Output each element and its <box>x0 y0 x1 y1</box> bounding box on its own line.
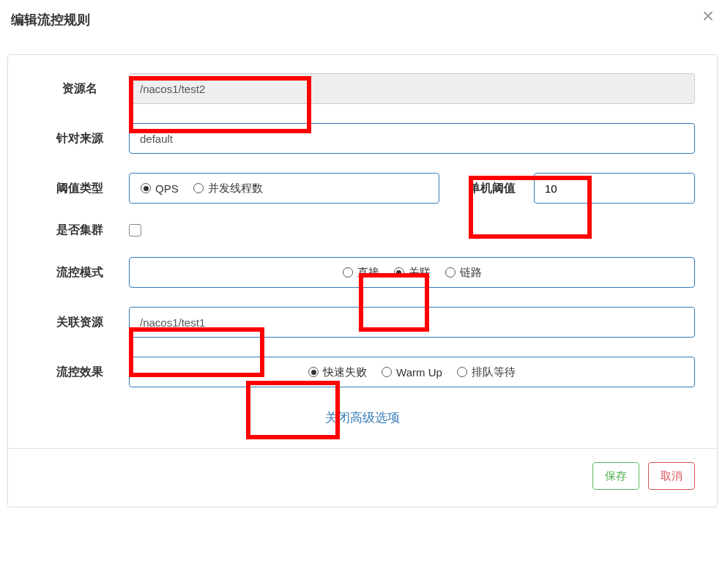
flow-effect-label: 流控效果 <box>30 365 129 380</box>
related-resource-input[interactable] <box>129 307 695 338</box>
flow-effect-warmup-label: Warm Up <box>396 366 442 379</box>
radio-checked-icon <box>308 367 319 377</box>
source-label: 针对来源 <box>30 131 129 146</box>
threshold-type-group[interactable]: QPS 并发线程数 <box>129 173 439 204</box>
flow-effect-group[interactable]: 快速失败 Warm Up 排队等待 <box>129 357 695 387</box>
radio-unchecked-icon <box>445 267 456 278</box>
flow-mode-label: 流控模式 <box>30 265 129 280</box>
flow-mode-related-label: 关联 <box>409 266 431 280</box>
cancel-button[interactable]: 取消 <box>648 462 695 490</box>
flow-mode-direct-label: 直接 <box>357 266 379 280</box>
threshold-type-threads-radio[interactable]: 并发线程数 <box>193 182 263 196</box>
threshold-type-qps-radio[interactable]: QPS <box>141 182 179 195</box>
radio-unchecked-icon <box>382 367 392 377</box>
radio-checked-icon <box>394 267 404 278</box>
close-icon[interactable]: × <box>702 6 714 26</box>
flow-effect-warmup-radio[interactable]: Warm Up <box>382 366 442 379</box>
flow-effect-queue-radio[interactable]: 排队等待 <box>457 365 516 379</box>
is-cluster-checkbox[interactable] <box>129 224 141 237</box>
source-input[interactable] <box>129 123 695 154</box>
threshold-type-label: 阈值类型 <box>30 181 129 196</box>
flow-mode-direct-radio[interactable]: 直接 <box>343 266 379 280</box>
single-threshold-input[interactable] <box>534 173 695 204</box>
flow-effect-failfast-label: 快速失败 <box>323 365 367 379</box>
flow-effect-queue-label: 排队等待 <box>472 365 516 379</box>
modal-title: 编辑流控规则 <box>11 12 90 27</box>
is-cluster-label: 是否集群 <box>30 223 129 238</box>
flow-mode-chain-label: 链路 <box>460 266 482 280</box>
threshold-type-qps-label: QPS <box>155 182 179 195</box>
flow-mode-chain-radio[interactable]: 链路 <box>445 266 482 280</box>
resource-input <box>129 73 695 104</box>
single-threshold-label: 单机阈值 <box>469 181 516 196</box>
radio-unchecked-icon <box>457 367 467 377</box>
radio-unchecked-icon <box>193 183 204 193</box>
threshold-type-threads-label: 并发线程数 <box>208 182 263 196</box>
radio-unchecked-icon <box>343 267 353 278</box>
flow-effect-failfast-radio[interactable]: 快速失败 <box>308 365 367 379</box>
save-button[interactable]: 保存 <box>592 462 639 490</box>
radio-checked-icon <box>141 183 151 193</box>
close-advanced-link[interactable]: 关闭高级选项 <box>325 411 400 425</box>
related-resource-label: 关联资源 <box>30 315 129 330</box>
flow-mode-group[interactable]: 直接 关联 链路 <box>129 257 695 288</box>
resource-label: 资源名 <box>30 81 129 97</box>
flow-mode-related-radio[interactable]: 关联 <box>394 266 431 280</box>
